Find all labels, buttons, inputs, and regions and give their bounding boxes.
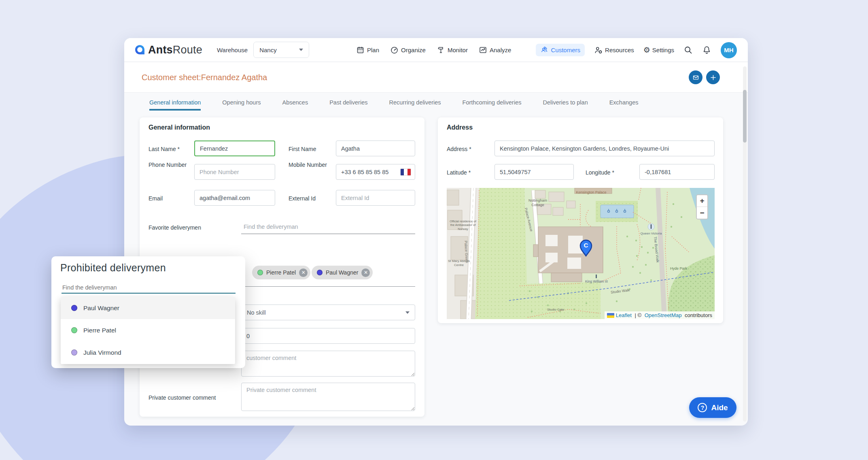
zoom-out-button[interactable]: − bbox=[697, 207, 707, 219]
menu-item-plan[interactable]: Plan bbox=[356, 46, 379, 54]
customers-icon bbox=[540, 46, 549, 54]
map-canvas: C bbox=[447, 188, 715, 319]
bell-icon[interactable] bbox=[702, 45, 711, 55]
last-name-label: Last Name * bbox=[149, 145, 180, 153]
menu-label-analyze: Analyze bbox=[490, 47, 511, 53]
email-label: Email bbox=[149, 194, 163, 202]
favorite-deliverymen-label: Favorite deliverymen bbox=[149, 224, 201, 232]
search-icon[interactable] bbox=[683, 45, 693, 55]
deliveryman-name: Pierre Patel bbox=[83, 327, 116, 334]
chevron-down-icon bbox=[299, 49, 303, 51]
tab-absences[interactable]: Absences bbox=[282, 94, 308, 111]
add-button[interactable] bbox=[706, 70, 720, 84]
help-button-label: Aide bbox=[711, 403, 728, 412]
remove-chip-button[interactable]: ✕ bbox=[299, 268, 308, 277]
tab-past-deliveries[interactable]: Past deliveries bbox=[329, 94, 367, 111]
chip-label: Pierre Patel bbox=[266, 269, 296, 276]
warehouse-select[interactable]: Nancy bbox=[253, 42, 309, 58]
prohibited-deliverymen-popup: Prohibited deliverymen Paul Wagner Pierr… bbox=[51, 256, 245, 368]
first-name-field[interactable] bbox=[336, 141, 415, 156]
tab-general-information[interactable]: General information bbox=[149, 94, 201, 111]
leaflet-link[interactable]: Leaflet bbox=[616, 312, 632, 318]
tab-deliveries-to-plan[interactable]: Deliveries to plan bbox=[543, 94, 588, 111]
mobile-label: Mobile Number bbox=[289, 161, 329, 169]
window-scrollbar-track[interactable] bbox=[743, 66, 747, 422]
main-menu: Plan Organize Monitor bbox=[356, 38, 511, 62]
warehouse-group: Warehouse Nancy bbox=[217, 42, 309, 58]
person-gear-icon bbox=[594, 46, 603, 55]
nav-item-resources[interactable]: Resources bbox=[594, 46, 634, 55]
address-card: Address Address * Latitude * Longitude * bbox=[438, 117, 723, 323]
menu-label-monitor: Monitor bbox=[448, 47, 468, 53]
tab-exchanges[interactable]: Exchanges bbox=[609, 94, 639, 111]
address-heading: Address bbox=[447, 124, 473, 131]
avatar[interactable]: MH bbox=[721, 42, 737, 58]
openstreetmap-link[interactable]: OpenStreetMap bbox=[645, 312, 682, 318]
nav-item-customers[interactable]: Customers bbox=[536, 44, 585, 56]
private-comment-field[interactable] bbox=[241, 383, 415, 411]
deliveryman-color-dot bbox=[71, 305, 77, 311]
list-item-pierre-patel[interactable]: Pierre Patel bbox=[61, 319, 235, 341]
gear-icon: ⚙ bbox=[643, 46, 650, 54]
speedometer-icon bbox=[390, 46, 399, 54]
zoom-in-button[interactable]: + bbox=[697, 195, 707, 207]
deliveryman-name: Paul Wagner bbox=[83, 305, 119, 312]
favorite-deliverymen-input[interactable] bbox=[241, 219, 415, 234]
help-button[interactable]: ? Aide bbox=[689, 397, 736, 418]
tab-recurring-deliveries[interactable]: Recurring deliveries bbox=[389, 94, 441, 111]
chip-pierre-patel: Pierre Patel ✕ bbox=[252, 266, 310, 279]
map-zoom-control: + − bbox=[696, 194, 708, 219]
question-mark-icon: ? bbox=[698, 403, 707, 412]
list-item-paul-wagner[interactable]: Paul Wagner bbox=[61, 297, 235, 319]
chevron-down-icon bbox=[405, 311, 410, 314]
menu-item-organize[interactable]: Organize bbox=[390, 46, 426, 54]
remove-chip-button[interactable]: ✕ bbox=[361, 268, 370, 277]
menu-label-plan: Plan bbox=[367, 47, 379, 53]
france-flag-icon bbox=[400, 168, 411, 176]
nav-label-customers: Customers bbox=[551, 47, 581, 53]
window-scrollbar-thumb[interactable] bbox=[743, 90, 747, 143]
customer-comment-field[interactable] bbox=[241, 351, 415, 377]
send-email-button[interactable] bbox=[689, 70, 702, 84]
menu-item-monitor[interactable]: Monitor bbox=[437, 46, 468, 54]
deliverymen-dropdown-list: Paul Wagner Pierre Patel Julia Virmond bbox=[61, 297, 235, 364]
attribution-separator: | © bbox=[633, 312, 643, 318]
latitude-field[interactable] bbox=[494, 164, 574, 180]
popup-search-input[interactable] bbox=[62, 282, 236, 294]
chip-paul-wagner: Paul Wagner ✕ bbox=[312, 266, 373, 279]
private-comment-label: Private customer comment bbox=[149, 394, 216, 402]
title-actions bbox=[689, 70, 720, 84]
menu-item-analyze[interactable]: Analyze bbox=[479, 46, 511, 54]
title-bar: Customer sheet:Fernandez Agatha bbox=[124, 62, 748, 93]
deliveryman-color-dot bbox=[71, 349, 77, 356]
chip-label: Paul Wagner bbox=[326, 269, 358, 276]
deliveryman-color-dot bbox=[317, 270, 323, 275]
map-attribution: Leaflet | © OpenStreetMap contributors bbox=[605, 311, 715, 319]
longitude-field[interactable] bbox=[639, 164, 715, 180]
warehouse-label: Warehouse bbox=[217, 47, 248, 53]
top-navbar: AntsRoute Warehouse Nancy bbox=[124, 38, 748, 62]
list-item-julia-virmond[interactable]: Julia Virmond bbox=[61, 341, 235, 364]
ukraine-flag-icon bbox=[607, 313, 614, 318]
external-id-field[interactable] bbox=[336, 190, 415, 206]
skills-select[interactable]: No skill bbox=[241, 305, 415, 320]
prohibited-deliverymen-underline[interactable] bbox=[241, 286, 415, 287]
chart-icon bbox=[479, 46, 487, 54]
first-name-label: First Name bbox=[289, 145, 316, 153]
number-field[interactable] bbox=[241, 328, 415, 344]
email-field[interactable] bbox=[194, 190, 275, 206]
last-name-field[interactable] bbox=[194, 141, 275, 156]
tab-opening-hours[interactable]: Opening hours bbox=[222, 94, 261, 111]
tab-bar: General information Opening hours Absenc… bbox=[149, 93, 638, 111]
deliveryman-color-dot bbox=[257, 270, 263, 275]
map[interactable]: C Nottingham Cottage Kensington Palace Q… bbox=[447, 188, 715, 319]
nav-item-settings[interactable]: ⚙ Settings bbox=[643, 46, 674, 54]
phone-field[interactable] bbox=[194, 164, 275, 180]
popup-title: Prohibited deliverymen bbox=[60, 262, 166, 274]
brand-logo[interactable]: AntsRoute bbox=[134, 44, 202, 56]
marker-letter: C bbox=[584, 242, 588, 249]
brand-name: AntsRoute bbox=[148, 44, 202, 56]
tab-forthcoming-deliveries[interactable]: Forthcoming deliveries bbox=[463, 94, 522, 111]
longitude-label: Longitude * bbox=[586, 168, 614, 177]
address-field[interactable] bbox=[494, 141, 715, 156]
